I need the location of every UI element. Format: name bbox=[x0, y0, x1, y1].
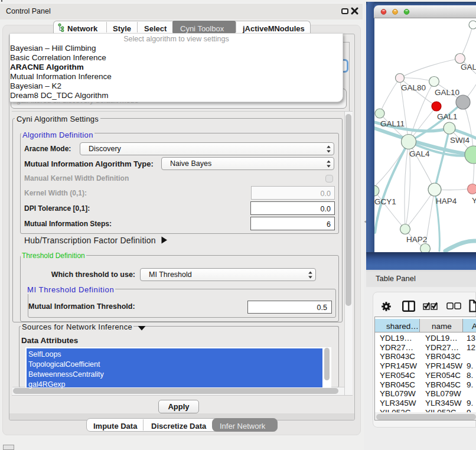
svg-text:HAP2: HAP2 bbox=[406, 235, 427, 244]
svg-text:GAL80: GAL80 bbox=[401, 83, 426, 92]
svg-text:GAL4: GAL4 bbox=[409, 149, 430, 158]
svg-text:GAL1: GAL1 bbox=[437, 112, 458, 121]
svg-text:GAL10: GAL10 bbox=[435, 88, 459, 97]
svg-text:GCY1: GCY1 bbox=[374, 197, 396, 206]
svg-text:GAL: GAL bbox=[461, 63, 476, 71]
svg-text:Y: Y bbox=[472, 196, 476, 205]
svg-text:HAP4: HAP4 bbox=[436, 197, 457, 206]
svg-text:SWI4: SWI4 bbox=[450, 136, 470, 145]
svg-text:GAL11: GAL11 bbox=[380, 119, 405, 128]
